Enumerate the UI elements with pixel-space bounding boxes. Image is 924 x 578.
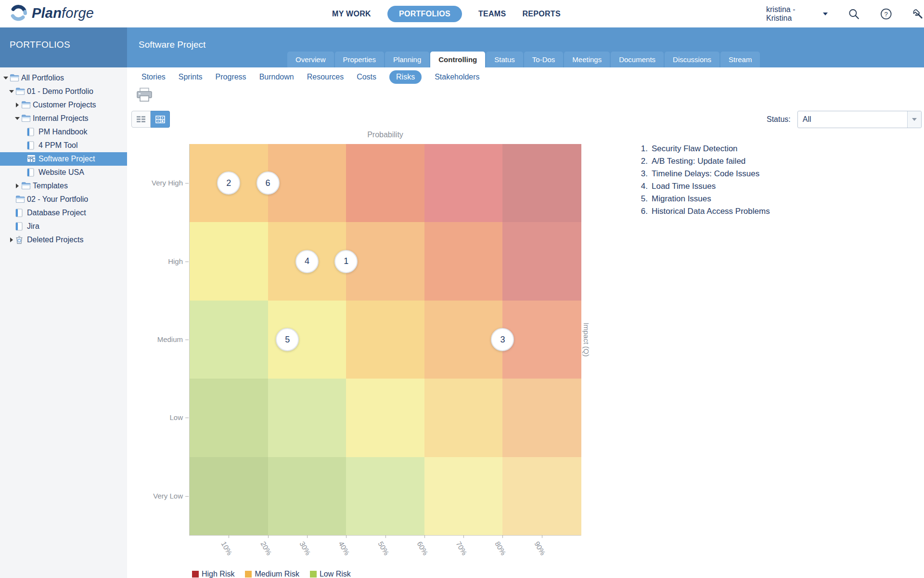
- sidebar: All Portfolios01 - Demo PortfolioCustome…: [0, 67, 127, 578]
- risk-list-label: Historical Data Access Problems: [652, 205, 770, 218]
- select-arrow-icon: [912, 118, 917, 121]
- subtab-bar: StoriesSprintsProgressBurndownResourcesC…: [141, 70, 480, 84]
- subtab-resources[interactable]: Resources: [307, 70, 344, 84]
- tab-properties[interactable]: Properties: [335, 52, 384, 67]
- folder-icon: [15, 87, 25, 96]
- app-window: Planforge MY WORKPORTFOLIOSTEAMSREPORTS …: [0, 0, 924, 578]
- risk-list-label: Migration Issues: [652, 193, 711, 205]
- logo-text-forge: forge: [62, 5, 94, 21]
- wrench-icon[interactable]: [912, 8, 924, 20]
- risk-bubble-5[interactable]: 5: [276, 328, 299, 351]
- y-axis-tick: [185, 418, 189, 418]
- subtab-sprints[interactable]: Sprints: [179, 70, 203, 84]
- tree-item-software-project[interactable]: Software Project: [0, 152, 127, 166]
- subtab-costs[interactable]: Costs: [357, 70, 376, 84]
- subtab-progress[interactable]: Progress: [216, 70, 246, 84]
- tab-overview[interactable]: Overview: [287, 52, 334, 67]
- print-button[interactable]: [136, 88, 153, 102]
- risk-list-item-3[interactable]: 3.Timeline Delays: Code Issues: [636, 168, 770, 180]
- tab-meetings[interactable]: Meetings: [564, 52, 610, 67]
- tree-item-jira[interactable]: Jira: [0, 220, 127, 233]
- tree-item-internal-projects[interactable]: Internal Projects: [0, 112, 127, 125]
- tab-documents[interactable]: Documents: [611, 52, 664, 67]
- tab-controlling[interactable]: Controlling: [430, 52, 485, 67]
- tree-item-4-ppm-tool[interactable]: 4 PPM Tool: [0, 139, 127, 152]
- legend-swatch-medium-risk: [245, 571, 252, 578]
- y-axis-label-medium: Medium: [144, 335, 183, 343]
- x-axis-label-40: 40%: [337, 540, 351, 557]
- nav-item-my-work[interactable]: MY WORK: [332, 10, 371, 18]
- matrix-cell-high-c5: [502, 222, 581, 301]
- tree-item-pm-handbook[interactable]: PM Handbook: [0, 125, 127, 139]
- risk-list-item-6[interactable]: 6.Historical Data Access Problems: [636, 205, 770, 218]
- x-axis-tick: [229, 535, 229, 538]
- matrix-view-button[interactable]: [151, 111, 170, 128]
- tree-item-website-usa[interactable]: Website USA: [0, 166, 127, 179]
- tree-expanded-arrow-icon[interactable]: [9, 90, 14, 93]
- tree-expanded-arrow-icon[interactable]: [3, 77, 8, 79]
- subtab-stories[interactable]: Stories: [141, 70, 166, 84]
- tree-item-02-your-portfolio[interactable]: 02 - Your Portfolio: [0, 193, 127, 206]
- chevron-down-icon: [823, 13, 828, 15]
- x-axis-label-60: 60%: [415, 540, 430, 557]
- tree-item-customer-projects[interactable]: Customer Projects: [0, 98, 127, 112]
- risk-list-number: 4.: [636, 180, 648, 193]
- matrix-cell-very-low-c2: [268, 457, 347, 536]
- tree-collapsed-arrow-icon[interactable]: [9, 237, 14, 242]
- search-icon[interactable]: [848, 8, 860, 20]
- user-menu[interactable]: kristina - Kristina: [766, 5, 828, 23]
- subtab-stakeholders[interactable]: Stakeholders: [435, 70, 479, 84]
- tree-item-all-portfolios[interactable]: All Portfolios: [0, 71, 127, 85]
- tree-item-templates[interactable]: Templates: [0, 179, 127, 193]
- x-axis-label-50: 50%: [376, 540, 391, 557]
- header-band: PORTFOLIOS Software Project OverviewProp…: [0, 27, 924, 67]
- matrix-cell-high-c4: [424, 222, 503, 301]
- risk-list-item-4[interactable]: 4.Load Time Issues: [636, 180, 770, 193]
- matrix-cell-very-high-c5: [502, 144, 581, 223]
- matrix-cell-high-c1: [190, 222, 269, 301]
- risk-list-label: A/B Testing: Update failed: [652, 155, 745, 168]
- nav-item-reports[interactable]: REPORTS: [522, 10, 560, 18]
- x-axis-tick: [307, 535, 308, 538]
- risk-list-item-2[interactable]: 2.A/B Testing: Update failed: [636, 155, 770, 168]
- project-icon: [15, 209, 25, 217]
- tab-planning[interactable]: Planning: [385, 52, 429, 67]
- subtab-risks[interactable]: Risks: [389, 70, 422, 84]
- list-view-button[interactable]: [131, 111, 151, 128]
- portfolio-tree: All Portfolios01 - Demo PortfolioCustome…: [0, 71, 127, 247]
- subtab-burndown[interactable]: Burndown: [259, 70, 294, 84]
- y-axis-label-high: High: [144, 257, 183, 265]
- tab-status[interactable]: Status: [486, 52, 523, 67]
- nav-item-portfolios[interactable]: PORTFOLIOS: [387, 6, 462, 22]
- tree-collapsed-arrow-icon[interactable]: [15, 103, 20, 107]
- planforge-logo-icon: [10, 4, 27, 22]
- matrix-cell-low-c4: [424, 379, 503, 457]
- tab-stream[interactable]: Stream: [720, 52, 760, 67]
- legend-item-high-risk: High Risk: [192, 570, 234, 578]
- tab-discussions[interactable]: Discussions: [665, 52, 719, 67]
- risk-list-label: Load Time Issues: [652, 180, 716, 193]
- tree-collapsed-arrow-icon[interactable]: [15, 184, 20, 188]
- risk-list-item-1[interactable]: 1.Security Flaw Detection: [636, 143, 770, 155]
- sidebar-header-band: PORTFOLIOS: [0, 27, 127, 67]
- risk-bubble-4[interactable]: 4: [295, 250, 319, 273]
- trash-icon: [15, 236, 25, 244]
- risk-bubble-6[interactable]: 6: [257, 171, 280, 195]
- matrix-cell-low-c5: [502, 379, 581, 457]
- tree-expanded-arrow-icon[interactable]: [15, 117, 20, 120]
- status-select[interactable]: All: [797, 111, 922, 128]
- nav-item-teams[interactable]: TEAMS: [478, 10, 506, 18]
- tree-item-01-demo-portfolio[interactable]: 01 - Demo Portfolio: [0, 85, 127, 98]
- risk-list-item-5[interactable]: 5.Migration Issues: [636, 193, 770, 205]
- risk-bubble-1[interactable]: 1: [334, 250, 358, 273]
- project-icon: [27, 141, 37, 150]
- tree-item-label: Database Project: [27, 209, 86, 217]
- tab-to-dos[interactable]: To-Dos: [524, 52, 564, 67]
- tree-item-deleted-projects[interactable]: Deleted Projects: [0, 233, 127, 247]
- planforge-logo[interactable]: Planforge: [10, 4, 94, 22]
- tree-item-database-project[interactable]: Database Project: [0, 206, 127, 220]
- legend-swatch-low-risk: [310, 571, 317, 578]
- legend-label: Medium Risk: [255, 570, 299, 578]
- status-select-button[interactable]: [907, 111, 921, 128]
- help-icon[interactable]: ?: [880, 8, 892, 20]
